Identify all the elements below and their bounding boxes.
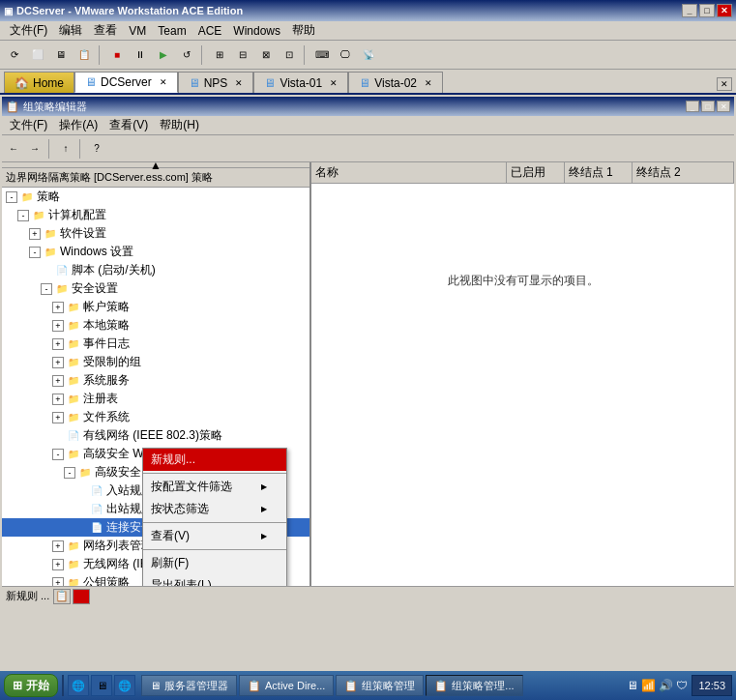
folder-icon-eventlog: 📁 bbox=[66, 337, 81, 351]
tb-btn-3[interactable]: 🖥 bbox=[50, 44, 72, 66]
taskbar-group-policy-editor[interactable]: 📋 组策略管理... bbox=[426, 675, 522, 696]
expand-netlist[interactable]: + bbox=[52, 540, 64, 552]
minimize-button[interactable]: _ bbox=[682, 4, 697, 17]
ctx-item-refresh[interactable]: 刷新(F) bbox=[143, 552, 286, 574]
tab-vista02-close[interactable]: ✕ bbox=[425, 78, 432, 88]
tree-node-wired[interactable]: 📄 有线网络 (IEEE 802.3)策略 bbox=[2, 426, 309, 445]
tb-btn-1[interactable]: ⟳ bbox=[4, 44, 25, 66]
tb-btn-4[interactable]: 📋 bbox=[74, 44, 95, 66]
tree-node-security[interactable]: - 📁 安全设置 bbox=[2, 279, 309, 298]
tab-close-all[interactable]: ✕ bbox=[717, 77, 732, 91]
tab-nps[interactable]: 🖥 NPS ✕ bbox=[178, 72, 254, 93]
inner-menu-action[interactable]: 操作(A) bbox=[53, 115, 103, 135]
menu-file[interactable]: 文件(F) bbox=[4, 20, 53, 41]
inner-tb-back[interactable]: ← bbox=[4, 139, 23, 159]
tb-btn-6[interactable]: ⊟ bbox=[232, 44, 253, 66]
inner-tb-help[interactable]: ? bbox=[87, 139, 106, 159]
close-button[interactable]: ✕ bbox=[717, 4, 732, 17]
tb-btn-2[interactable]: ⬜ bbox=[27, 44, 48, 66]
tree-node-registry[interactable]: + 📁 注册表 bbox=[2, 390, 309, 408]
expand-syssvc[interactable]: + bbox=[52, 375, 64, 387]
ctx-item-export[interactable]: 导出列表(L)... bbox=[143, 574, 286, 586]
inner-tb-up[interactable]: ↑ bbox=[56, 139, 75, 159]
tree-node-eventlog[interactable]: + 📁 事件日志 bbox=[2, 335, 309, 353]
start-label: 开始 bbox=[26, 678, 49, 694]
menu-team[interactable]: Team bbox=[152, 22, 191, 40]
col-header-endpoint1[interactable]: 终结点 1 bbox=[565, 162, 633, 183]
expand-wireless[interactable]: + bbox=[52, 559, 64, 570]
expand-restricted[interactable]: + bbox=[52, 357, 64, 368]
inner-maximize-button[interactable]: □ bbox=[701, 101, 715, 112]
ql-folder[interactable]: 🖥 bbox=[91, 675, 112, 696]
taskbar-server-manager[interactable]: 🖥 服务器管理器 bbox=[141, 675, 237, 696]
expand-fw-sub[interactable]: - bbox=[64, 467, 75, 479]
taskbar-active-directory[interactable]: 📋 Active Dire... bbox=[239, 675, 334, 696]
tb-btn-5[interactable]: ⊞ bbox=[209, 44, 230, 66]
ql-ie2[interactable]: 🌐 bbox=[114, 675, 135, 696]
tb-btn-10[interactable]: 🖵 bbox=[335, 44, 356, 66]
ctx-item-filter-profile[interactable]: 按配置文件筛选 ▶ bbox=[143, 476, 286, 498]
inner-minimize-button[interactable]: _ bbox=[686, 101, 699, 112]
expand-software[interactable]: + bbox=[29, 228, 41, 240]
tree-node-local[interactable]: + 📁 本地策略 bbox=[2, 316, 309, 335]
tb-btn-pause[interactable]: ⏸ bbox=[130, 44, 151, 66]
tree-node-policy[interactable]: - 📁 策略 bbox=[2, 188, 309, 206]
expand-account[interactable]: + bbox=[52, 302, 64, 313]
ctx-item-newrule[interactable]: 新规则... bbox=[143, 449, 286, 471]
expand-registry[interactable]: + bbox=[52, 394, 64, 405]
tb-btn-stop[interactable]: ■ bbox=[106, 44, 128, 66]
start-button[interactable]: ⊞ 开始 bbox=[4, 674, 58, 697]
clock[interactable]: 12:53 bbox=[692, 675, 732, 696]
menu-windows[interactable]: Windows bbox=[227, 22, 286, 40]
tree-node-windows[interactable]: - 📁 Windows 设置 bbox=[2, 243, 309, 261]
tab-dcserver-close[interactable]: ✕ bbox=[160, 77, 167, 87]
taskbar-group-policy[interactable]: 📋 组策略管理 bbox=[336, 675, 424, 696]
tray-network-icon: 🖥 bbox=[627, 679, 638, 692]
tb-btn-7[interactable]: ⊠ bbox=[255, 44, 277, 66]
tab-dcserver[interactable]: 🖥 DCServer ✕ bbox=[74, 72, 178, 93]
inner-close-button[interactable]: ✕ bbox=[717, 101, 730, 112]
tree-node-computer[interactable]: - 📁 计算机配置 bbox=[2, 206, 309, 224]
menu-edit[interactable]: 编辑 bbox=[53, 20, 88, 41]
maximize-button[interactable]: □ bbox=[699, 4, 715, 17]
col-header-endpoint2[interactable]: 终结点 2 bbox=[633, 162, 734, 183]
tree-node-software[interactable]: + 📁 软件设置 bbox=[2, 224, 309, 243]
col-header-name[interactable]: 名称 bbox=[311, 162, 507, 183]
tb-btn-11[interactable]: 📡 bbox=[358, 44, 379, 66]
tab-vista01[interactable]: 🖥 Vista-01 ✕ bbox=[253, 72, 348, 93]
tb-btn-8[interactable]: ⊡ bbox=[279, 44, 300, 66]
ql-ie[interactable]: 🌐 bbox=[68, 675, 89, 696]
inner-menu-file[interactable]: 文件(F) bbox=[4, 115, 53, 135]
menu-vm[interactable]: VM bbox=[123, 22, 152, 40]
expand-security[interactable]: - bbox=[41, 283, 52, 295]
tree-node-filesystem[interactable]: + 📁 文件系统 bbox=[2, 408, 309, 426]
tb-btn-9[interactable]: ⌨ bbox=[311, 44, 333, 66]
menu-help[interactable]: 帮助 bbox=[286, 20, 321, 41]
menu-ace[interactable]: ACE bbox=[192, 22, 228, 40]
tab-vista02[interactable]: 🖥 Vista-02 ✕ bbox=[348, 72, 443, 93]
inner-menu-help[interactable]: 帮助(H) bbox=[154, 115, 205, 135]
expand-computer[interactable]: - bbox=[17, 210, 29, 221]
expand-local[interactable]: + bbox=[52, 320, 64, 332]
inner-menu-view[interactable]: 查看(V) bbox=[103, 115, 154, 135]
tab-vista01-close[interactable]: ✕ bbox=[330, 78, 338, 88]
expand-firewall[interactable]: - bbox=[52, 449, 64, 460]
ctx-item-filter-status[interactable]: 按状态筛选 ▶ bbox=[143, 498, 286, 520]
expand-pubkey[interactable]: + bbox=[52, 577, 64, 587]
tree-node-syssvc[interactable]: + 📁 系统服务 bbox=[2, 371, 309, 390]
tree-node-account[interactable]: + 📁 帐户策略 bbox=[2, 298, 309, 316]
inner-tb-forward[interactable]: → bbox=[25, 139, 44, 159]
expand-policy[interactable]: - bbox=[6, 191, 17, 203]
menu-view[interactable]: 查看 bbox=[88, 20, 123, 41]
tree-node-scripts[interactable]: 📄 脚本 (启动/关机) bbox=[2, 261, 309, 279]
expand-filesystem[interactable]: + bbox=[52, 412, 64, 423]
expand-eventlog[interactable]: + bbox=[52, 338, 64, 350]
tree-node-restricted[interactable]: + 📁 受限制的组 bbox=[2, 353, 309, 371]
ctx-item-view[interactable]: 查看(V) ▶ bbox=[143, 525, 286, 547]
tb-btn-refresh[interactable]: ↺ bbox=[176, 44, 197, 66]
tb-btn-play[interactable]: ▶ bbox=[153, 44, 174, 66]
tab-nps-close[interactable]: ✕ bbox=[235, 78, 243, 88]
expand-windows[interactable]: - bbox=[29, 247, 41, 258]
tab-home[interactable]: 🏠 Home bbox=[4, 72, 74, 93]
col-header-enabled[interactable]: 已启用 bbox=[507, 162, 565, 183]
